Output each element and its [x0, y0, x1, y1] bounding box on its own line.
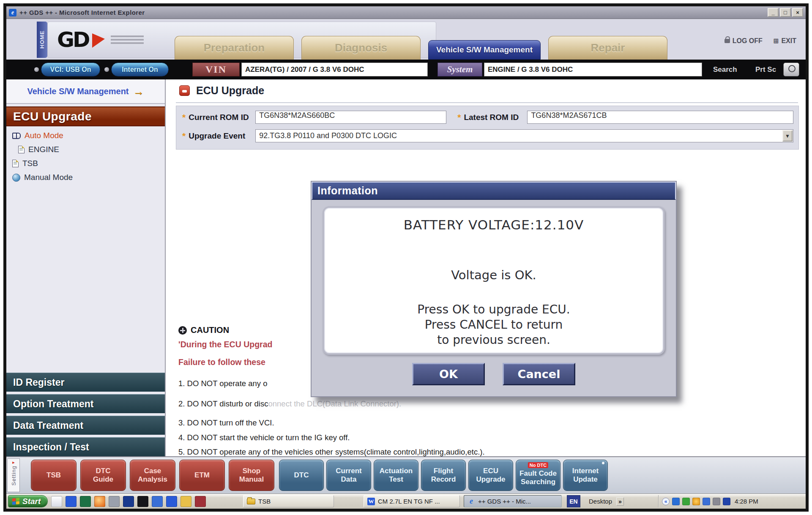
sidebar-item-inspection-test[interactable]: Inspection / Test [6, 437, 165, 456]
quick-launch-icon[interactable] [180, 496, 191, 507]
sidebar-item-id-register[interactable]: ID Register [6, 373, 165, 392]
toolbar-button-ecu-upgrade[interactable]: ECU Upgrade [468, 460, 513, 491]
tab-diagnosis[interactable]: Diagnosis [301, 36, 421, 60]
vci-status-button[interactable]: VCI: USB On [41, 63, 100, 76]
quick-launch-icon[interactable] [152, 496, 163, 507]
vin-value-field[interactable]: AZERA(TG) / 2007 / G 3.8 V6 DOHC [241, 63, 428, 76]
tray-icon[interactable] [723, 498, 730, 505]
tray-icon[interactable] [672, 498, 680, 505]
quick-launch-icon[interactable] [166, 496, 177, 507]
chevron-right-icon[interactable]: » [616, 497, 624, 506]
sidebar-header[interactable]: Vehicle S/W Management → [6, 79, 165, 104]
sidebar-header-label: Vehicle S/W Management [27, 87, 128, 96]
tray-icon[interactable] [692, 498, 700, 505]
status-dot [104, 67, 109, 72]
gds-logo-subtext [111, 35, 144, 44]
taskbar-task-word-document[interactable]: W CM 2.7L EN TG NF ... [364, 495, 460, 507]
close-button[interactable]: × [792, 8, 803, 17]
window-title: ++ GDS ++ - Microsoft Internet Explorer [19, 9, 145, 16]
sidebar-item-engine[interactable]: ENGINE [18, 145, 73, 154]
sidebar-item-auto-mode[interactable]: Auto Mode [12, 131, 73, 140]
toolbar-button-dtc[interactable]: DTC [279, 460, 324, 491]
sidebar-tree: Auto Mode ENGINE TSB Manual Mode [12, 131, 73, 182]
tab-vehicle-sw-management[interactable]: Vehicle S/W Management [428, 40, 541, 60]
toolbar-button-flight-record[interactable]: Flight Record [421, 460, 466, 491]
screen-capture-icon[interactable] [783, 63, 799, 76]
internet-status-button[interactable]: Internet On [111, 63, 169, 76]
start-button[interactable]: Start [8, 495, 48, 507]
toolbar-button-case-analysis[interactable]: Case Analysis [130, 460, 175, 491]
system-value-field[interactable]: ENGINE / G 3.8 V6 DOHC [484, 63, 702, 76]
divider [176, 102, 798, 103]
latest-rom-id-field[interactable]: TG6N38*M2AS671CB [527, 111, 793, 124]
taskbar-task-tsb-folder[interactable]: TSB [243, 495, 334, 507]
toolbar-button-tsb[interactable]: TSB [31, 460, 77, 491]
tray-icon[interactable] [703, 498, 710, 505]
toolbar-button-etm[interactable]: ETM [179, 460, 225, 491]
bottom-toolbar: ▸ Setting TSB DTC Guide Case Analysis ET… [6, 456, 806, 493]
sidebar-section-title: ECU Upgrade [6, 106, 165, 126]
quick-launch-icon[interactable] [66, 496, 77, 507]
caution-warning-line: 'During the ECU Upgrad [178, 340, 272, 349]
quick-launch-icon[interactable] [80, 496, 91, 507]
maximize-button[interactable]: □ [780, 8, 791, 17]
word-icon: W [367, 498, 375, 505]
log-off-button[interactable]: LOG OFF [725, 37, 763, 45]
quick-launch-icon[interactable] [137, 496, 148, 507]
caution-heading: CAUTION [178, 325, 229, 335]
document-icon [12, 160, 19, 167]
sidebar-item-option-treatment[interactable]: Option Treatment [6, 394, 165, 413]
internet-explorer-icon: e [9, 9, 16, 16]
toolbar-button-dtc-guide[interactable]: DTC Guide [80, 460, 126, 491]
required-asterisk: * [182, 131, 186, 141]
tab-repair[interactable]: Repair [548, 36, 667, 60]
sidebar-bottom-menu: ID Register Option Treatment Data Treatm… [6, 370, 165, 456]
sidebar-item-data-treatment[interactable]: Data Treatment [6, 416, 165, 435]
windows-logo-icon [12, 498, 19, 505]
print-screen-button[interactable]: Prt Sc [755, 63, 776, 76]
quick-launch-icon[interactable] [123, 496, 134, 507]
cancel-button[interactable]: Cancel [503, 363, 575, 385]
quick-launch-icon[interactable] [94, 496, 105, 507]
sidebar-item-tsb[interactable]: TSB [12, 159, 73, 168]
quick-launch-icon[interactable] [109, 496, 120, 507]
tray-icon[interactable] [713, 498, 720, 505]
system-label: System [437, 63, 482, 76]
information-dialog: Information BATTERY VOLTAGE:12.10V Volta… [311, 181, 677, 397]
toolbar-button-fault-code-searching[interactable]: No DTC Fault Code Searching [516, 460, 560, 491]
window-titlebar: e ++ GDS ++ - Microsoft Internet Explore… [6, 6, 806, 19]
toolbar-button-current-data[interactable]: Current Data [326, 460, 371, 491]
book-icon [12, 133, 21, 139]
exit-grid-icon: ⊞ [774, 37, 779, 45]
ok-button[interactable]: OK [412, 363, 485, 385]
caution-list-item: 1. DO NOT operate any o [178, 379, 267, 388]
exit-button[interactable]: ⊞ EXIT [774, 37, 796, 45]
upgrade-event-select[interactable]: 92.TG3.8 P0110 and P0300 DTC LOGIC ▼ [255, 129, 793, 142]
language-indicator[interactable]: EN [567, 495, 580, 507]
toolbar-button-actuation-test[interactable]: Actuation Test [374, 460, 418, 491]
desktop-toolbar[interactable]: Desktop » [589, 495, 652, 507]
minimize-button[interactable]: _ [768, 8, 779, 17]
sidebar-item-manual-mode[interactable]: Manual Mode [12, 173, 73, 182]
setting-tab[interactable]: ▸ Setting [7, 458, 20, 492]
no-dtc-badge: No DTC [528, 462, 548, 468]
quick-launch-icon[interactable] [51, 496, 62, 507]
tray-icon[interactable] [682, 498, 690, 505]
lock-icon [725, 39, 730, 43]
setting-label: Setting [11, 466, 17, 485]
folder-icon [247, 499, 255, 504]
home-tab[interactable]: HOME [37, 22, 47, 58]
tab-preparation[interactable]: Preparation [175, 36, 294, 60]
battery-voltage-text: BATTERY VOLTAGE:12.10V [324, 217, 663, 232]
search-button[interactable]: Search [713, 63, 737, 76]
current-rom-id-field[interactable]: TG6N38*M2AS660BC [255, 111, 446, 124]
chevron-down-icon[interactable]: ▼ [782, 130, 793, 142]
toolbar-button-internet-update[interactable]: Internet Update [563, 460, 608, 491]
quick-launch-icon[interactable] [195, 496, 206, 507]
windows-taskbar: Start TSB W CM 2.7L EN TG NF ... e ++ GD… [6, 493, 806, 509]
taskbar-task-gds-browser[interactable]: e ++ GDS ++ - Mic... [464, 495, 562, 507]
toolbar-button-shop-manual[interactable]: Shop Manual [229, 460, 274, 491]
exit-label: EXIT [781, 37, 796, 45]
caution-warning-line: Failure to follow these [178, 357, 265, 367]
tray-collapse-button[interactable]: « [662, 498, 670, 505]
